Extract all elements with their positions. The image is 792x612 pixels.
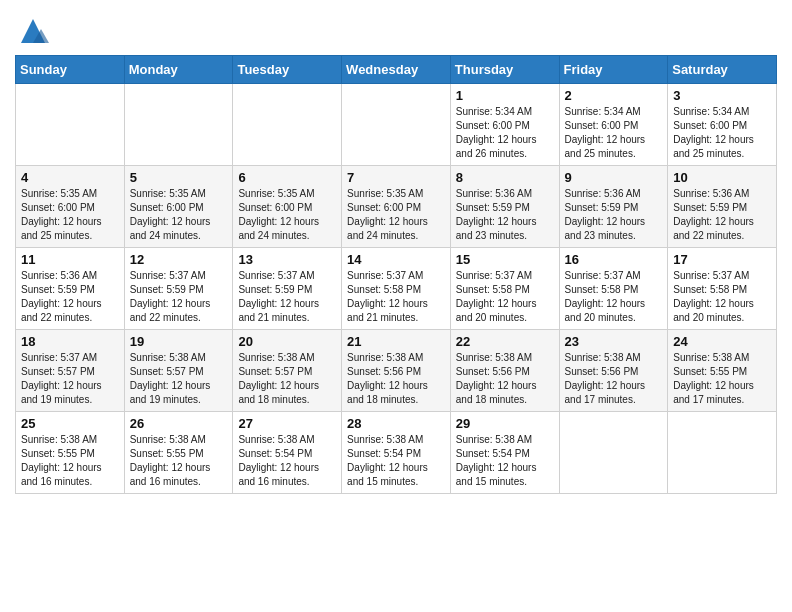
- header-wednesday: Wednesday: [342, 56, 451, 84]
- day-info: Sunrise: 5:37 AM Sunset: 5:59 PM Dayligh…: [130, 269, 228, 325]
- day-number: 25: [21, 416, 119, 431]
- day-number: 6: [238, 170, 336, 185]
- calendar-cell: 20Sunrise: 5:38 AM Sunset: 5:57 PM Dayli…: [233, 330, 342, 412]
- day-info: Sunrise: 5:38 AM Sunset: 5:54 PM Dayligh…: [347, 433, 445, 489]
- calendar-cell: [342, 84, 451, 166]
- day-info: Sunrise: 5:38 AM Sunset: 5:55 PM Dayligh…: [130, 433, 228, 489]
- day-number: 9: [565, 170, 663, 185]
- day-number: 17: [673, 252, 771, 267]
- day-info: Sunrise: 5:35 AM Sunset: 6:00 PM Dayligh…: [347, 187, 445, 243]
- calendar-week-row: 11Sunrise: 5:36 AM Sunset: 5:59 PM Dayli…: [16, 248, 777, 330]
- calendar-cell: 28Sunrise: 5:38 AM Sunset: 5:54 PM Dayli…: [342, 412, 451, 494]
- calendar-cell: [668, 412, 777, 494]
- calendar-table: Sunday Monday Tuesday Wednesday Thursday…: [15, 55, 777, 494]
- calendar-cell: [16, 84, 125, 166]
- day-number: 18: [21, 334, 119, 349]
- calendar-cell: 5Sunrise: 5:35 AM Sunset: 6:00 PM Daylig…: [124, 166, 233, 248]
- calendar-week-row: 1Sunrise: 5:34 AM Sunset: 6:00 PM Daylig…: [16, 84, 777, 166]
- header-tuesday: Tuesday: [233, 56, 342, 84]
- calendar-cell: 13Sunrise: 5:37 AM Sunset: 5:59 PM Dayli…: [233, 248, 342, 330]
- day-info: Sunrise: 5:36 AM Sunset: 5:59 PM Dayligh…: [565, 187, 663, 243]
- day-info: Sunrise: 5:37 AM Sunset: 5:57 PM Dayligh…: [21, 351, 119, 407]
- calendar-cell: 9Sunrise: 5:36 AM Sunset: 5:59 PM Daylig…: [559, 166, 668, 248]
- calendar-cell: 29Sunrise: 5:38 AM Sunset: 5:54 PM Dayli…: [450, 412, 559, 494]
- day-info: Sunrise: 5:38 AM Sunset: 5:57 PM Dayligh…: [130, 351, 228, 407]
- day-number: 13: [238, 252, 336, 267]
- calendar-cell: 4Sunrise: 5:35 AM Sunset: 6:00 PM Daylig…: [16, 166, 125, 248]
- day-number: 22: [456, 334, 554, 349]
- day-info: Sunrise: 5:37 AM Sunset: 5:58 PM Dayligh…: [456, 269, 554, 325]
- day-info: Sunrise: 5:38 AM Sunset: 5:56 PM Dayligh…: [565, 351, 663, 407]
- day-number: 4: [21, 170, 119, 185]
- calendar-cell: 27Sunrise: 5:38 AM Sunset: 5:54 PM Dayli…: [233, 412, 342, 494]
- logo: [15, 15, 49, 47]
- day-number: 11: [21, 252, 119, 267]
- day-info: Sunrise: 5:38 AM Sunset: 5:54 PM Dayligh…: [456, 433, 554, 489]
- calendar-cell: 12Sunrise: 5:37 AM Sunset: 5:59 PM Dayli…: [124, 248, 233, 330]
- day-info: Sunrise: 5:38 AM Sunset: 5:56 PM Dayligh…: [456, 351, 554, 407]
- day-info: Sunrise: 5:36 AM Sunset: 5:59 PM Dayligh…: [21, 269, 119, 325]
- calendar-cell: 14Sunrise: 5:37 AM Sunset: 5:58 PM Dayli…: [342, 248, 451, 330]
- calendar-week-row: 18Sunrise: 5:37 AM Sunset: 5:57 PM Dayli…: [16, 330, 777, 412]
- day-info: Sunrise: 5:34 AM Sunset: 6:00 PM Dayligh…: [673, 105, 771, 161]
- day-number: 12: [130, 252, 228, 267]
- header-saturday: Saturday: [668, 56, 777, 84]
- day-number: 20: [238, 334, 336, 349]
- calendar-cell: 11Sunrise: 5:36 AM Sunset: 5:59 PM Dayli…: [16, 248, 125, 330]
- calendar-cell: 24Sunrise: 5:38 AM Sunset: 5:55 PM Dayli…: [668, 330, 777, 412]
- calendar-cell: [233, 84, 342, 166]
- calendar-cell: 7Sunrise: 5:35 AM Sunset: 6:00 PM Daylig…: [342, 166, 451, 248]
- day-number: 5: [130, 170, 228, 185]
- day-number: 7: [347, 170, 445, 185]
- calendar-body: 1Sunrise: 5:34 AM Sunset: 6:00 PM Daylig…: [16, 84, 777, 494]
- day-info: Sunrise: 5:37 AM Sunset: 5:58 PM Dayligh…: [347, 269, 445, 325]
- day-number: 21: [347, 334, 445, 349]
- calendar-cell: [559, 412, 668, 494]
- day-info: Sunrise: 5:38 AM Sunset: 5:56 PM Dayligh…: [347, 351, 445, 407]
- day-info: Sunrise: 5:37 AM Sunset: 5:59 PM Dayligh…: [238, 269, 336, 325]
- day-number: 28: [347, 416, 445, 431]
- day-info: Sunrise: 5:38 AM Sunset: 5:54 PM Dayligh…: [238, 433, 336, 489]
- calendar-cell: 3Sunrise: 5:34 AM Sunset: 6:00 PM Daylig…: [668, 84, 777, 166]
- calendar-cell: 23Sunrise: 5:38 AM Sunset: 5:56 PM Dayli…: [559, 330, 668, 412]
- calendar-cell: 22Sunrise: 5:38 AM Sunset: 5:56 PM Dayli…: [450, 330, 559, 412]
- calendar-cell: 18Sunrise: 5:37 AM Sunset: 5:57 PM Dayli…: [16, 330, 125, 412]
- calendar-week-row: 4Sunrise: 5:35 AM Sunset: 6:00 PM Daylig…: [16, 166, 777, 248]
- calendar-cell: 26Sunrise: 5:38 AM Sunset: 5:55 PM Dayli…: [124, 412, 233, 494]
- day-info: Sunrise: 5:34 AM Sunset: 6:00 PM Dayligh…: [456, 105, 554, 161]
- header-friday: Friday: [559, 56, 668, 84]
- day-info: Sunrise: 5:35 AM Sunset: 6:00 PM Dayligh…: [21, 187, 119, 243]
- day-number: 29: [456, 416, 554, 431]
- day-number: 8: [456, 170, 554, 185]
- day-number: 23: [565, 334, 663, 349]
- calendar-cell: 15Sunrise: 5:37 AM Sunset: 5:58 PM Dayli…: [450, 248, 559, 330]
- day-number: 27: [238, 416, 336, 431]
- day-info: Sunrise: 5:36 AM Sunset: 5:59 PM Dayligh…: [673, 187, 771, 243]
- header-row: Sunday Monday Tuesday Wednesday Thursday…: [16, 56, 777, 84]
- day-info: Sunrise: 5:37 AM Sunset: 5:58 PM Dayligh…: [673, 269, 771, 325]
- day-number: 24: [673, 334, 771, 349]
- day-number: 19: [130, 334, 228, 349]
- calendar-cell: 6Sunrise: 5:35 AM Sunset: 6:00 PM Daylig…: [233, 166, 342, 248]
- calendar-week-row: 25Sunrise: 5:38 AM Sunset: 5:55 PM Dayli…: [16, 412, 777, 494]
- calendar-header: Sunday Monday Tuesday Wednesday Thursday…: [16, 56, 777, 84]
- day-number: 14: [347, 252, 445, 267]
- calendar-cell: 16Sunrise: 5:37 AM Sunset: 5:58 PM Dayli…: [559, 248, 668, 330]
- calendar-cell: 19Sunrise: 5:38 AM Sunset: 5:57 PM Dayli…: [124, 330, 233, 412]
- day-info: Sunrise: 5:38 AM Sunset: 5:57 PM Dayligh…: [238, 351, 336, 407]
- day-info: Sunrise: 5:35 AM Sunset: 6:00 PM Dayligh…: [130, 187, 228, 243]
- calendar-cell: 17Sunrise: 5:37 AM Sunset: 5:58 PM Dayli…: [668, 248, 777, 330]
- day-info: Sunrise: 5:36 AM Sunset: 5:59 PM Dayligh…: [456, 187, 554, 243]
- calendar-cell: [124, 84, 233, 166]
- day-info: Sunrise: 5:38 AM Sunset: 5:55 PM Dayligh…: [21, 433, 119, 489]
- day-number: 10: [673, 170, 771, 185]
- calendar-cell: 2Sunrise: 5:34 AM Sunset: 6:00 PM Daylig…: [559, 84, 668, 166]
- day-number: 15: [456, 252, 554, 267]
- calendar-cell: 1Sunrise: 5:34 AM Sunset: 6:00 PM Daylig…: [450, 84, 559, 166]
- header-thursday: Thursday: [450, 56, 559, 84]
- page-header: [15, 10, 777, 47]
- calendar-cell: 21Sunrise: 5:38 AM Sunset: 5:56 PM Dayli…: [342, 330, 451, 412]
- day-info: Sunrise: 5:34 AM Sunset: 6:00 PM Dayligh…: [565, 105, 663, 161]
- day-number: 1: [456, 88, 554, 103]
- day-number: 26: [130, 416, 228, 431]
